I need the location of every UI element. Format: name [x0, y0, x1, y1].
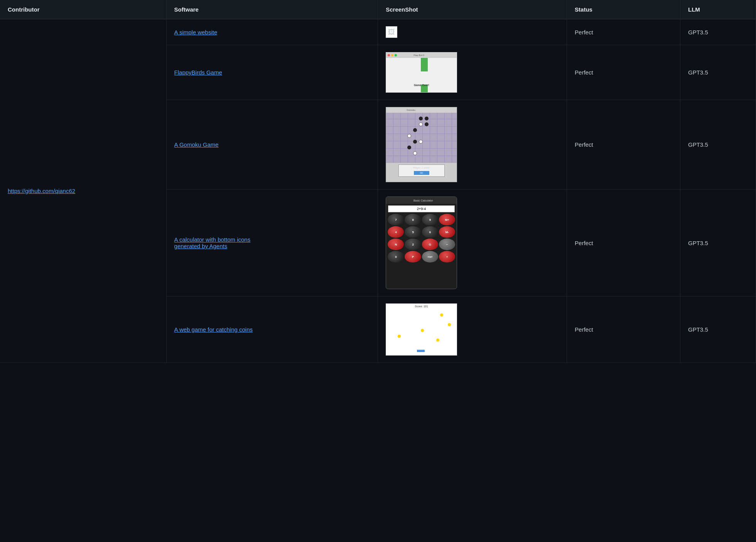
llm-cell: GPT3.5	[680, 19, 756, 45]
software-link[interactable]: A Gomoku Game	[174, 141, 219, 148]
screenshot-flappy: Flap Brd 0 Game Over!	[386, 52, 457, 93]
screenshot-cell: Gomoku Player 2 wins! OK	[378, 100, 567, 190]
llm-cell: GPT3.5	[680, 45, 756, 100]
screenshot-coins: Score: 101	[386, 303, 457, 356]
col-contributor: Contributor	[0, 0, 166, 19]
software-link[interactable]: A simple website	[174, 29, 218, 36]
software-cell: A calculator with bottom iconsgenerated …	[166, 190, 378, 296]
screenshot-simple: 🖼	[386, 26, 397, 38]
main-table-container: Contributor Software ScreenShot Status L…	[0, 0, 756, 363]
llm-cell: GPT3.5	[680, 190, 756, 296]
software-link[interactable]: FlappyBirds Game	[174, 69, 222, 76]
status-cell: Perfect	[567, 45, 680, 100]
col-llm: LLM	[680, 0, 756, 19]
status-cell: Perfect	[567, 190, 680, 296]
table-header-row: Contributor Software ScreenShot Status L…	[0, 0, 756, 19]
data-table: Contributor Software ScreenShot Status L…	[0, 0, 756, 363]
col-status: Status	[567, 0, 680, 19]
software-cell: FlappyBirds Game	[166, 45, 378, 100]
screenshot-cell: Flap Brd 0 Game Over!	[378, 45, 567, 100]
col-screenshot: ScreenShot	[378, 0, 567, 19]
software-cell: A Gomoku Game	[166, 100, 378, 190]
screenshot-cell: 🖼	[378, 19, 567, 45]
col-software: Software	[166, 0, 378, 19]
software-cell: A web game for catching coins	[166, 296, 378, 363]
status-cell: Perfect	[567, 296, 680, 363]
screenshot-cell: Score: 101	[378, 296, 567, 363]
llm-cell: GPT3.5	[680, 296, 756, 363]
software-cell: A simple website	[166, 19, 378, 45]
screenshot-calculator: Basic Calculator 2+9-4 7 8 9 M+ 4 5 6 M-…	[386, 196, 457, 289]
llm-cell: GPT3.5	[680, 100, 756, 190]
table-row: https://github.com/qianc62 A simple webs…	[0, 19, 756, 45]
screenshot-gomoku: Gomoku Player 2 wins! OK	[386, 107, 457, 182]
contributor-link[interactable]: https://github.com/qianc62	[8, 188, 75, 194]
screenshot-cell: Basic Calculator 2+9-4 7 8 9 M+ 4 5 6 M-…	[378, 190, 567, 296]
software-link[interactable]: A web game for catching coins	[174, 326, 253, 333]
status-cell: Perfect	[567, 100, 680, 190]
software-link[interactable]: A calculator with bottom iconsgenerated …	[174, 236, 251, 249]
status-cell: Perfect	[567, 19, 680, 45]
contributor-cell: https://github.com/qianc62	[0, 19, 166, 363]
